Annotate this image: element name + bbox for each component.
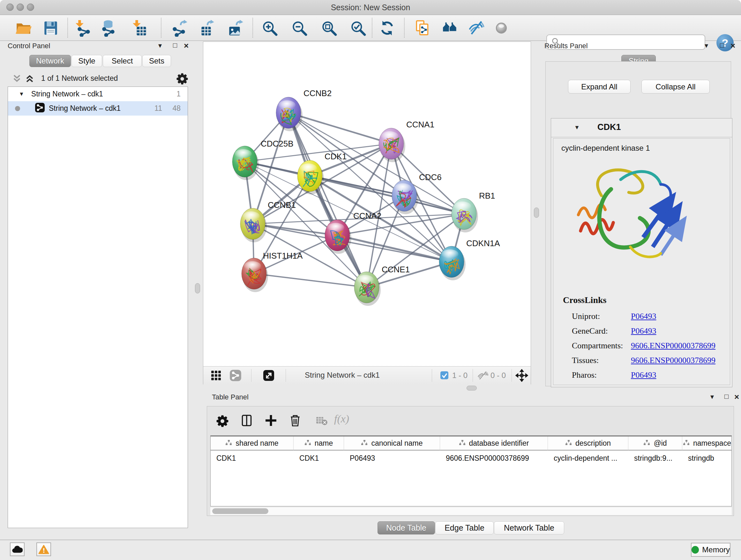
- crosslink-row: Tissues:9606.ENSP00000378699: [572, 353, 725, 368]
- table-cell[interactable]: 9606.ENSP00000378699: [440, 451, 548, 465]
- column-header-shared-name[interactable]: shared name: [211, 436, 293, 450]
- selected-nodes-checkbox-icon[interactable]: [440, 371, 449, 381]
- import-table-file-icon[interactable]: [132, 19, 151, 37]
- crosslink-label: Uniprot:: [572, 312, 631, 321]
- table-cell[interactable]: CDK1: [211, 451, 293, 465]
- gene-section-header[interactable]: ▼ CDK1: [551, 118, 732, 137]
- clone-network-icon[interactable]: [414, 19, 432, 37]
- string-style-icon[interactable]: [229, 369, 242, 383]
- export-image-icon[interactable]: [226, 19, 245, 37]
- tab-select[interactable]: Select: [103, 55, 142, 67]
- network-node-CCNA1[interactable]: CCNA1: [379, 120, 434, 162]
- delete-column-icon[interactable]: [288, 414, 302, 429]
- collapse-panel-icon[interactable]: ▾: [711, 393, 714, 401]
- tab-node-table[interactable]: Node Table: [378, 521, 435, 535]
- network-node-CCNE1[interactable]: CCNE1: [354, 265, 410, 306]
- crosslink-tissues-link[interactable]: 9606.ENSP00000378699: [631, 356, 716, 365]
- table-options-gear-icon[interactable]: [215, 414, 229, 429]
- table-cell[interactable]: cyclin-dependent ...: [548, 451, 628, 465]
- float-panel-icon[interactable]: □: [173, 41, 177, 50]
- column-header-description[interactable]: description: [548, 436, 628, 450]
- add-column-icon[interactable]: [264, 414, 278, 429]
- disclosure-triangle-icon[interactable]: ▼: [19, 91, 24, 98]
- import-network-database-icon[interactable]: [99, 19, 118, 37]
- collapse-panel-icon[interactable]: ▾: [704, 42, 708, 50]
- network-node-HIST1H1A[interactable]: HIST1H1A: [242, 251, 303, 292]
- tab-network-table[interactable]: Network Table: [494, 521, 564, 535]
- node-label-CCNE1: CCNE1: [382, 265, 410, 274]
- memory-button[interactable]: Memory: [691, 543, 731, 557]
- save-session-icon[interactable]: [42, 19, 60, 37]
- crosslink-pharos-link[interactable]: P06493: [631, 370, 656, 380]
- control-panel: Control Panel ▾ □ × NetworkStyleSelectSe…: [4, 42, 191, 533]
- tab-edge-table[interactable]: Edge Table: [435, 521, 494, 535]
- node-label-CCNA1: CCNA1: [406, 120, 434, 129]
- hide-selected-icon[interactable]: [468, 19, 486, 37]
- collapse-panel-icon[interactable]: ▾: [158, 42, 162, 50]
- export-table-icon[interactable]: [197, 19, 215, 37]
- crosslink-compartments-link[interactable]: 9606.ENSP00000378699: [631, 341, 716, 351]
- table-cell[interactable]: CDK1: [293, 451, 344, 465]
- warning-status-button[interactable]: [37, 543, 51, 556]
- network-collection-row[interactable]: ▼ String Network – cdk1 1: [8, 87, 188, 101]
- network-node-RB1[interactable]: RB1: [452, 191, 495, 233]
- column-header-canonical-name[interactable]: canonical name: [344, 436, 440, 450]
- disclosure-triangle-icon[interactable]: ▼: [574, 124, 580, 131]
- show-columns-icon[interactable]: [240, 414, 254, 429]
- tab-sets[interactable]: Sets: [142, 55, 171, 67]
- zoom-out-icon[interactable]: [290, 19, 309, 37]
- cloud-status-button[interactable]: [10, 543, 24, 556]
- network-node-CCNB2[interactable]: CCNB2: [276, 88, 332, 131]
- zoom-selected-icon[interactable]: [349, 19, 367, 37]
- zoom-in-icon[interactable]: [260, 19, 279, 37]
- network-node-CCNB1[interactable]: CCNB1: [240, 200, 296, 242]
- table-cell[interactable]: P06493: [344, 451, 440, 465]
- scrollbar-thumb[interactable]: [212, 508, 268, 514]
- right-splitter-handle[interactable]: [534, 207, 539, 218]
- table-cell[interactable]: stringdb:9...: [628, 451, 682, 465]
- toolbar-divider: [404, 18, 405, 38]
- network-node-CDKN1A[interactable]: CDKN1A: [439, 239, 500, 280]
- close-panel-icon[interactable]: ×: [184, 41, 189, 51]
- float-panel-icon[interactable]: □: [720, 41, 724, 50]
- expand-all-networks-icon[interactable]: [24, 73, 35, 85]
- divider: [512, 369, 512, 382]
- float-panel-icon[interactable]: □: [724, 392, 729, 401]
- column-header-label: name: [315, 439, 333, 448]
- network-node-count: 11: [154, 104, 162, 113]
- column-header-namespace[interactable]: namespace: [682, 436, 732, 450]
- column-header-database-identifier[interactable]: database identifier: [440, 436, 548, 450]
- import-network-file-icon[interactable]: [75, 19, 93, 37]
- close-panel-icon[interactable]: ×: [734, 392, 739, 402]
- refresh-icon[interactable]: [378, 19, 396, 37]
- crosslink-uniprot-link[interactable]: P06493: [631, 312, 656, 321]
- close-panel-icon[interactable]: ×: [731, 41, 735, 51]
- open-in-window-icon[interactable]: [263, 369, 275, 383]
- show-hidden-icon[interactable]: [492, 19, 511, 37]
- grid-view-icon[interactable]: [210, 370, 222, 382]
- expand-all-button[interactable]: Expand All: [568, 80, 630, 94]
- table-horizontal-scrollbar[interactable]: [210, 507, 732, 515]
- network-canvas[interactable]: CCNB2CCNA1CDC25BCDK1CDC6RB1CCNB1CCNA2CDK…: [203, 42, 531, 366]
- bottom-splitter-handle[interactable]: [467, 386, 477, 390]
- title-bar: Session: New Session: [0, 0, 741, 15]
- column-header-name[interactable]: name: [293, 436, 344, 450]
- column-header--id[interactable]: @id: [628, 436, 682, 450]
- first-neighbors-icon[interactable]: [441, 19, 460, 37]
- collapse-all-button[interactable]: Collapse All: [642, 80, 710, 94]
- network-options-gear-icon[interactable]: [176, 72, 189, 87]
- zoom-fit-icon[interactable]: [320, 19, 338, 37]
- left-splitter-handle[interactable]: [195, 283, 200, 294]
- export-network-icon[interactable]: [170, 19, 189, 37]
- collapse-all-networks-icon[interactable]: [11, 73, 22, 85]
- node-label-CDC25B: CDC25B: [261, 139, 293, 148]
- status-bar: Memory: [0, 540, 741, 560]
- tab-network[interactable]: Network: [29, 55, 71, 67]
- tab-style[interactable]: Style: [71, 55, 102, 67]
- birds-eye-view-icon[interactable]: [515, 369, 528, 383]
- open-session-icon[interactable]: [14, 19, 33, 37]
- gene-symbol: CDK1: [597, 122, 621, 132]
- network-row[interactable]: String Network – cdk1 11 48: [8, 101, 188, 116]
- table-cell[interactable]: stringdb: [682, 451, 732, 465]
- crosslink-genecard-link[interactable]: P06493: [631, 326, 656, 336]
